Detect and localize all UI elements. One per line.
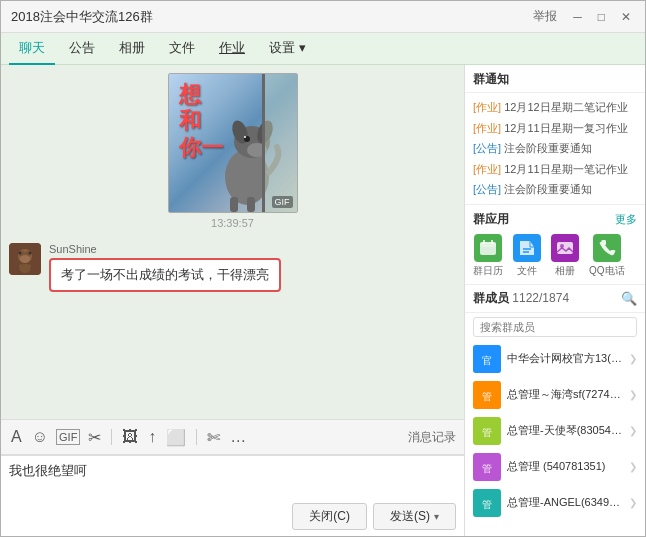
member-item-0[interactable]: 官 中华会计网校官方13(3… ❯	[465, 341, 645, 377]
nav-item-chat[interactable]: 聊天	[9, 33, 55, 65]
toolbar-divider-2	[196, 429, 197, 445]
member-name-1: 总管理～海湾sf(72743…	[507, 387, 623, 402]
svg-point-14	[29, 252, 32, 255]
member-search-icon[interactable]: 🔍	[621, 291, 637, 306]
nav-item-file[interactable]: 文件	[159, 33, 205, 65]
sunshine-avatar	[9, 243, 41, 275]
member-action-3[interactable]: ❯	[629, 461, 637, 472]
member-action-0[interactable]: ❯	[629, 353, 637, 364]
member-avatar-4: 管	[473, 489, 501, 517]
member-list: 官 中华会计网校官方13(3… ❯ 管 总管理～海	[465, 341, 645, 537]
member-name-0: 中华会计网校官方13(3…	[507, 351, 623, 366]
apps-section: 群应用 更多 群日历	[465, 205, 645, 285]
member-avatar-2: 管	[473, 417, 501, 445]
calendar-label: 群日历	[473, 264, 503, 278]
font-icon[interactable]: A	[9, 426, 24, 448]
member-item-3[interactable]: 管 总管理 (540781351) ❯	[465, 449, 645, 485]
sunshine-bubble: 考了一场不出成绩的考试，干得漂亮	[49, 258, 281, 292]
svg-rect-23	[557, 242, 573, 254]
send-dropdown-arrow[interactable]: ▾	[434, 511, 439, 522]
gif-icon[interactable]: GIF	[56, 429, 80, 445]
gif-badge: GIF	[272, 196, 293, 208]
app-qq-phone[interactable]: QQ电话	[589, 234, 625, 278]
nav-item-album[interactable]: 相册	[109, 33, 155, 65]
upload-icon[interactable]: ↑	[146, 426, 158, 448]
chat-messages[interactable]: 想和你一	[1, 65, 464, 419]
apps-more-link[interactable]: 更多	[615, 212, 637, 227]
window-title: 2018注会中华交流126群	[11, 8, 153, 26]
shake-icon[interactable]: ⬜	[164, 426, 188, 449]
image-icon[interactable]: 🖼	[120, 426, 140, 448]
svg-text:管: 管	[482, 463, 492, 474]
nav-item-notice[interactable]: 公告	[59, 33, 105, 65]
right-panel: 群通知 [作业] 12月12日星期二笔记作业 [作业] 12月11日星期一复习作…	[465, 65, 645, 536]
report-button[interactable]: 举报	[529, 6, 561, 27]
member-name-4: 总管理-ANGEL(63497…	[507, 495, 623, 510]
album-icon	[551, 234, 579, 262]
emoji-icon[interactable]: ☺	[30, 426, 50, 448]
file-icon	[513, 234, 541, 262]
chat-toolbar: A ☺ GIF ✂ 🖼 ↑ ⬜ ✄ … 消息记录	[1, 419, 464, 455]
notice-item-0[interactable]: [作业] 12月12日星期二笔记作业	[473, 97, 637, 118]
nav-item-settings[interactable]: 设置 ▾	[259, 33, 316, 65]
member-item-1[interactable]: 管 总管理～海湾sf(72743… ❯	[465, 377, 645, 413]
toolbar-divider-1	[111, 429, 112, 445]
svg-marker-20	[520, 241, 534, 255]
nav-item-homework[interactable]: 作业	[209, 33, 255, 65]
members-section: 群成员 1122/1874 🔍 官 中华会计网校官方13(3… ❯	[465, 285, 645, 537]
svg-point-15	[20, 255, 30, 263]
member-avatar-1: 管	[473, 381, 501, 409]
members-header: 群成员 1122/1874 🔍	[465, 285, 645, 313]
svg-rect-8	[247, 197, 255, 212]
member-item-2[interactable]: 管 总管理-天使琴(83054… ❯	[465, 413, 645, 449]
svg-rect-17	[480, 242, 496, 247]
app-file[interactable]: 文件	[513, 234, 541, 278]
send-button-label: 发送(S)	[390, 508, 430, 525]
input-text-display: 我也很绝望呵	[1, 456, 464, 496]
apps-header: 群应用 更多	[473, 211, 637, 228]
window-controls: 举报 ─ □ ✕	[529, 6, 635, 27]
notice-item-2[interactable]: [公告] 注会阶段重要通知	[473, 138, 637, 159]
notice-item-1[interactable]: [作业] 12月11日星期一复习作业	[473, 118, 637, 139]
screenshot-icon[interactable]: ✂	[86, 426, 103, 449]
member-avatar-3: 管	[473, 453, 501, 481]
member-name-3: 总管理 (540781351)	[507, 459, 623, 474]
notice-list: [作业] 12月12日星期二笔记作业 [作业] 12月11日星期一复习作业 [公…	[465, 93, 645, 205]
send-button[interactable]: 发送(S) ▾	[373, 503, 456, 530]
app-calendar[interactable]: 群日历	[473, 234, 503, 278]
notice-item-4[interactable]: [公告] 注会阶段重要通知	[473, 179, 637, 200]
close-chat-button[interactable]: 关闭(C)	[292, 503, 367, 530]
minimize-button[interactable]: ─	[569, 8, 586, 26]
input-text: 我也很绝望呵	[9, 463, 87, 478]
history-label[interactable]: 消息记录	[408, 429, 456, 446]
close-button[interactable]: ✕	[617, 8, 635, 26]
chat-input-container: 我也很绝望呵 关闭(C) 发送(S) ▾	[1, 455, 464, 536]
gif-image: 想和你一	[168, 73, 298, 213]
car-window-decoration	[262, 74, 297, 212]
content-area: 想和你一	[1, 65, 645, 536]
svg-text:管: 管	[482, 499, 492, 510]
member-action-2[interactable]: ❯	[629, 425, 637, 436]
chat-panel: 想和你一	[1, 65, 465, 536]
apps-grid: 群日历 文件	[473, 234, 637, 278]
member-item-4[interactable]: 管 总管理-ANGEL(63497… ❯	[465, 485, 645, 521]
notices-title: 群通知	[465, 65, 645, 93]
title-bar: 2018注会中华交流126群 举报 ─ □ ✕	[1, 1, 645, 33]
more-icon[interactable]: …	[228, 426, 248, 448]
gif-message-block: 想和你一	[9, 73, 456, 233]
notice-item-3[interactable]: [作业] 12月11日星期一笔记作业	[473, 159, 637, 180]
member-action-4[interactable]: ❯	[629, 497, 637, 508]
svg-point-6	[244, 136, 246, 138]
member-action-1[interactable]: ❯	[629, 389, 637, 400]
cut-icon[interactable]: ✄	[205, 426, 222, 449]
sunshine-message-text: 考了一场不出成绩的考试，干得漂亮	[61, 267, 269, 282]
svg-rect-7	[230, 197, 238, 212]
svg-text:管: 管	[482, 391, 492, 402]
member-name-2: 总管理-天使琴(83054…	[507, 423, 623, 438]
member-search-input[interactable]	[473, 317, 637, 337]
phone-icon	[593, 234, 621, 262]
app-album[interactable]: 相册	[551, 234, 579, 278]
maximize-button[interactable]: □	[594, 8, 609, 26]
svg-text:管: 管	[482, 427, 492, 438]
qq-phone-label: QQ电话	[589, 264, 625, 278]
